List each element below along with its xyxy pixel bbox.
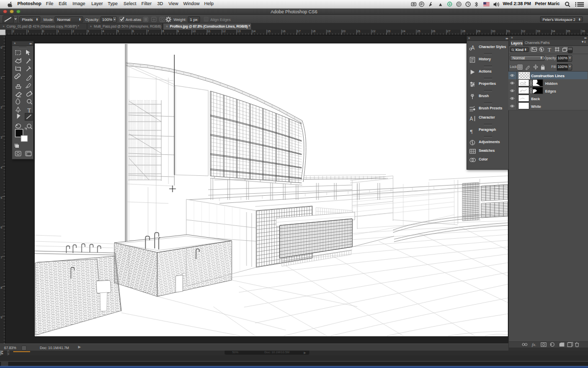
svg-text:T: T bbox=[28, 107, 32, 114]
svg-text:T: T bbox=[548, 47, 551, 52]
svg-text:fx.: fx. bbox=[532, 342, 536, 347]
svg-text:A: A bbox=[470, 116, 473, 122]
svg-text:¶: ¶ bbox=[470, 128, 473, 134]
